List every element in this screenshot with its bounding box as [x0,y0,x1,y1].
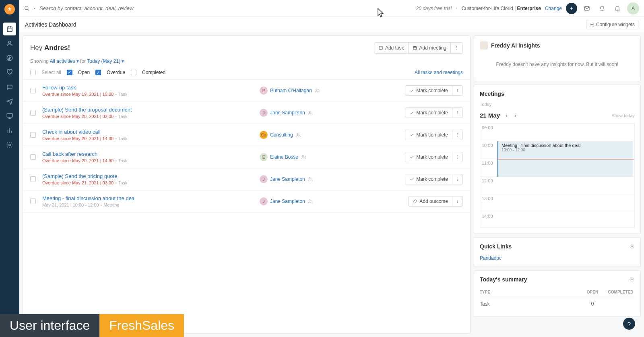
time-slot[interactable] [497,177,634,194]
greeting: Hey Andres! [30,44,70,52]
summary-settings-icon[interactable] [629,277,635,282]
contact-link[interactable]: Consulting [270,132,293,138]
time-slot[interactable] [497,124,634,141]
alert-icon[interactable] [597,3,608,14]
activity-title-link[interactable]: Follow-up task [42,85,260,91]
activity-row: Check in about video call Overdue since … [23,124,470,146]
mark-complete-button[interactable]: Mark complete [405,174,452,184]
row-more-button[interactable] [452,174,463,184]
svg-point-25 [302,155,304,157]
activity-title-link[interactable]: Check in about video call [42,129,260,135]
select-all-checkbox[interactable] [30,70,36,75]
svg-point-14 [457,89,458,90]
activity-title-link[interactable]: Meeting - final discussion about the dea… [42,195,260,201]
row-more-button[interactable] [452,152,463,162]
cal-prev-button[interactable]: ‹ [504,112,509,119]
app-logo[interactable] [4,4,15,14]
row-checkbox[interactable] [30,110,36,116]
calendar-grid[interactable]: 09:0010:0011:0012:0013:0014:00 Meeting -… [480,123,635,228]
row-more-button[interactable] [452,130,463,140]
nav-messages-icon[interactable] [3,81,16,93]
row-more-button[interactable] [452,108,463,118]
contact-avatar: J [260,197,268,205]
configure-widgets-button[interactable]: Configure widgets [586,20,638,29]
mark-complete-button[interactable]: Mark complete [405,152,452,162]
nav-monitor-icon[interactable] [3,110,16,122]
activities-panel: Hey Andres! Add task Add meeting [23,35,471,334]
quicklink-item[interactable]: Pandadoc [480,255,635,261]
activity-title-link[interactable]: (Sample) Send the proposal document [42,107,260,113]
filter-date-dropdown[interactable]: Today (May 21) ▾ [87,58,124,64]
open-checkbox[interactable]: ✓ [67,70,72,75]
activity-row: (Sample) Send the pricing quote Overdue … [23,168,470,190]
change-plan-link[interactable]: Change [545,6,562,11]
nav-campaigns-icon[interactable] [3,95,16,108]
row-checkbox[interactable] [30,88,36,93]
panel-more-button[interactable] [451,42,463,54]
nav-deals-icon[interactable] [3,52,16,64]
mark-complete-button[interactable]: Mark complete [405,130,452,140]
time-label: 14:00 [480,212,497,228]
svg-point-32 [457,180,458,181]
contact-link[interactable]: Jane Sampleton [270,176,305,182]
contact-link[interactable]: Jane Sampleton [270,198,305,204]
chevron-down-icon[interactable] [33,7,36,10]
time-slot[interactable] [497,194,634,212]
row-more-button[interactable] [452,85,463,96]
mark-complete-button[interactable]: Mark complete [405,108,452,118]
user-avatar[interactable]: A [627,2,639,14]
svg-point-18 [457,111,458,112]
svg-point-38 [631,279,633,280]
contact-link[interactable]: Elaine Bosse [270,154,298,160]
filter-activities-dropdown[interactable]: All activities ▾ [50,58,79,64]
row-checkbox[interactable] [30,154,36,160]
svg-point-20 [457,114,458,114]
all-tasks-link[interactable]: All tasks and meetings [415,70,463,75]
quick-links-widget: Quick Links Pandadoc [474,237,641,267]
svg-point-23 [457,134,458,135]
time-slot[interactable] [497,212,634,228]
summary-col-completed: COMPLETED [607,290,635,294]
activity-title-link[interactable]: (Sample) Send the pricing quote [42,173,260,179]
topbar: 20 days free trial • Customer-for-Life C… [19,0,644,17]
row-checkbox[interactable] [30,132,36,138]
svg-point-36 [457,202,458,203]
activity-row: Call back after research Overdue since M… [23,146,470,168]
add-task-button[interactable]: Add task [374,42,409,54]
show-today-link[interactable]: Show today [612,113,635,118]
filter-row: Showing All activities ▾ for Today (May … [23,57,470,66]
mark-complete-button[interactable]: Mark complete [405,85,452,96]
people-icon [308,110,313,116]
nav-reports-icon[interactable] [3,124,16,137]
row-checkbox[interactable] [30,176,36,182]
nav-settings-icon[interactable] [3,139,16,151]
contact-avatar: E [260,153,268,161]
nav-heart-icon[interactable] [3,66,16,79]
cal-next-button[interactable]: › [513,112,518,119]
people-icon [301,154,306,160]
search-input[interactable] [39,5,160,11]
nav-contacts-icon[interactable] [3,37,16,50]
contact-link[interactable]: Jane Sampleton [270,110,305,116]
activity-meta: Overdue since May 20, 2021 | 14:30•Task [42,136,260,141]
help-button[interactable]: ? [623,318,635,330]
activity-row: Meeting - final discussion about the dea… [23,190,470,213]
quicklinks-settings-icon[interactable] [629,244,635,249]
row-checkbox[interactable] [30,198,36,204]
bell-icon[interactable] [612,3,623,14]
contact-link[interactable]: Putnam O'Hallagan [270,88,312,93]
svg-point-12 [456,49,457,50]
add-meeting-button[interactable]: Add meeting [409,42,451,54]
overdue-checkbox[interactable]: ✓ [95,70,101,75]
add-button[interactable] [566,3,577,14]
nav-activities-icon[interactable] [3,23,16,35]
freddy-empty-text: Freddy doesn't have any insights for now… [480,50,635,75]
row-more-button[interactable] [452,196,463,207]
summary-row: Task 0 [480,297,635,311]
activity-title-link[interactable]: Call back after research [42,151,260,157]
search-icon[interactable] [24,6,30,11]
contact-avatar: J [260,175,268,183]
mail-icon[interactable] [581,3,592,14]
completed-checkbox[interactable] [131,70,136,75]
add-outcome-button[interactable]: Add outcome [408,196,452,207]
